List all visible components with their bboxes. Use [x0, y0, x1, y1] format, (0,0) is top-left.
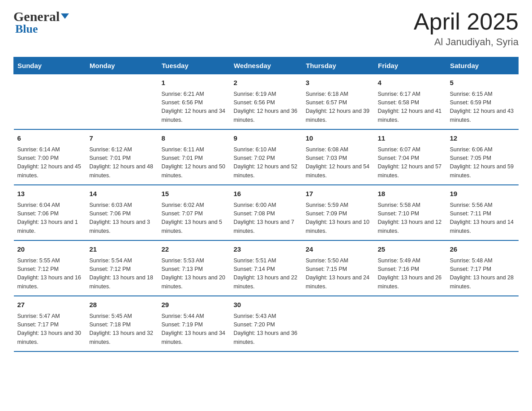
- day-cell-8: 8Sunrise: 6:11 AMSunset: 7:01 PMDaylight…: [158, 129, 230, 185]
- calendar-week-2: 6Sunrise: 6:14 AMSunset: 7:00 PMDaylight…: [14, 129, 519, 185]
- location-subtitle: Al Janudiyah, Syria: [414, 36, 519, 48]
- day-number: 15: [162, 189, 227, 199]
- header-friday: Friday: [374, 57, 446, 74]
- day-number: 10: [306, 133, 371, 144]
- day-number: 5: [450, 78, 515, 88]
- day-info: Sunrise: 6:04 AMSunset: 7:06 PMDaylight:…: [17, 201, 82, 236]
- day-number: 1: [162, 78, 227, 88]
- day-cell-21: 21Sunrise: 5:54 AMSunset: 7:12 PMDayligh…: [86, 240, 158, 296]
- day-info: Sunrise: 5:59 AMSunset: 7:09 PMDaylight:…: [306, 201, 371, 236]
- day-cell-26: 26Sunrise: 5:48 AMSunset: 7:17 PMDayligh…: [446, 240, 519, 296]
- logo-arrow-icon: [61, 13, 69, 19]
- day-number: 17: [306, 189, 371, 199]
- day-info: Sunrise: 6:03 AMSunset: 7:06 PMDaylight:…: [90, 201, 154, 236]
- day-cell-11: 11Sunrise: 6:07 AMSunset: 7:04 PMDayligh…: [374, 129, 446, 185]
- logo-general-text: General: [13, 9, 60, 24]
- day-cell-4: 4Sunrise: 6:17 AMSunset: 6:58 PMDaylight…: [374, 74, 446, 130]
- day-info: Sunrise: 5:47 AMSunset: 7:17 PMDaylight:…: [17, 312, 82, 347]
- header-wednesday: Wednesday: [230, 57, 302, 74]
- day-cell-13: 13Sunrise: 6:04 AMSunset: 7:06 PMDayligh…: [14, 185, 86, 240]
- day-number: 18: [378, 189, 443, 199]
- day-number: 29: [162, 300, 227, 310]
- day-cell-20: 20Sunrise: 5:55 AMSunset: 7:12 PMDayligh…: [14, 240, 86, 296]
- day-number: 24: [306, 244, 371, 255]
- month-year-title: April 2025: [414, 9, 519, 34]
- day-number: 26: [450, 244, 515, 255]
- day-info: Sunrise: 5:48 AMSunset: 7:17 PMDaylight:…: [450, 257, 515, 291]
- day-info: Sunrise: 5:43 AMSunset: 7:20 PMDaylight:…: [234, 312, 299, 347]
- day-cell-19: 19Sunrise: 5:56 AMSunset: 7:11 PMDayligh…: [446, 185, 519, 240]
- day-number: 12: [450, 133, 515, 144]
- day-number: 23: [234, 244, 299, 255]
- day-number: 20: [17, 244, 82, 255]
- day-info: Sunrise: 5:49 AMSunset: 7:16 PMDaylight:…: [378, 257, 443, 291]
- day-info: Sunrise: 6:02 AMSunset: 7:07 PMDaylight:…: [162, 201, 227, 236]
- day-info: Sunrise: 6:14 AMSunset: 7:00 PMDaylight:…: [17, 146, 82, 180]
- empty-cell: [446, 296, 519, 351]
- day-cell-6: 6Sunrise: 6:14 AMSunset: 7:00 PMDaylight…: [14, 129, 86, 185]
- page-header: General Blue April 2025 Al Janudiyah, Sy…: [13, 9, 519, 48]
- day-info: Sunrise: 5:50 AMSunset: 7:15 PMDaylight:…: [306, 257, 371, 291]
- day-cell-10: 10Sunrise: 6:08 AMSunset: 7:03 PMDayligh…: [302, 129, 374, 185]
- header-sunday: Sunday: [14, 57, 86, 74]
- day-cell-14: 14Sunrise: 6:03 AMSunset: 7:06 PMDayligh…: [86, 185, 158, 240]
- day-info: Sunrise: 5:51 AMSunset: 7:14 PMDaylight:…: [234, 257, 299, 291]
- day-cell-9: 9Sunrise: 6:10 AMSunset: 7:02 PMDaylight…: [230, 129, 302, 185]
- day-info: Sunrise: 6:06 AMSunset: 7:05 PMDaylight:…: [450, 146, 515, 180]
- day-number: 2: [234, 78, 299, 88]
- day-cell-16: 16Sunrise: 6:00 AMSunset: 7:08 PMDayligh…: [230, 185, 302, 240]
- empty-cell: [374, 296, 446, 351]
- empty-cell: [14, 74, 86, 130]
- day-info: Sunrise: 6:00 AMSunset: 7:08 PMDaylight:…: [234, 201, 299, 236]
- header-tuesday: Tuesday: [158, 57, 230, 74]
- day-info: Sunrise: 6:11 AMSunset: 7:01 PMDaylight:…: [162, 146, 227, 180]
- day-number: 16: [234, 189, 299, 199]
- day-info: Sunrise: 6:07 AMSunset: 7:04 PMDaylight:…: [378, 146, 443, 180]
- day-cell-27: 27Sunrise: 5:47 AMSunset: 7:17 PMDayligh…: [14, 296, 86, 351]
- calendar-header-row: SundayMondayTuesdayWednesdayThursdayFrid…: [14, 57, 519, 74]
- day-info: Sunrise: 5:54 AMSunset: 7:12 PMDaylight:…: [90, 257, 154, 291]
- calendar-table: SundayMondayTuesdayWednesdayThursdayFrid…: [13, 57, 519, 352]
- day-info: Sunrise: 6:19 AMSunset: 6:56 PMDaylight:…: [234, 90, 299, 125]
- day-number: 19: [450, 189, 515, 199]
- header-saturday: Saturday: [446, 57, 519, 74]
- day-cell-30: 30Sunrise: 5:43 AMSunset: 7:20 PMDayligh…: [230, 296, 302, 351]
- day-cell-7: 7Sunrise: 6:12 AMSunset: 7:01 PMDaylight…: [86, 129, 158, 185]
- logo-blue-text: Blue: [15, 22, 38, 36]
- day-cell-29: 29Sunrise: 5:44 AMSunset: 7:19 PMDayligh…: [158, 296, 230, 351]
- day-number: 11: [378, 133, 443, 144]
- header-monday: Monday: [86, 57, 158, 74]
- calendar-week-4: 20Sunrise: 5:55 AMSunset: 7:12 PMDayligh…: [14, 240, 519, 296]
- title-block: April 2025 Al Janudiyah, Syria: [414, 9, 519, 48]
- header-thursday: Thursday: [302, 57, 374, 74]
- day-number: 25: [378, 244, 443, 255]
- day-info: Sunrise: 6:12 AMSunset: 7:01 PMDaylight:…: [90, 146, 154, 180]
- day-number: 13: [17, 189, 82, 199]
- day-info: Sunrise: 6:08 AMSunset: 7:03 PMDaylight:…: [306, 146, 371, 180]
- empty-cell: [86, 74, 158, 130]
- day-cell-18: 18Sunrise: 5:58 AMSunset: 7:10 PMDayligh…: [374, 185, 446, 240]
- day-number: 7: [90, 133, 154, 144]
- day-cell-23: 23Sunrise: 5:51 AMSunset: 7:14 PMDayligh…: [230, 240, 302, 296]
- day-cell-2: 2Sunrise: 6:19 AMSunset: 6:56 PMDaylight…: [230, 74, 302, 130]
- day-number: 8: [162, 133, 227, 144]
- day-cell-12: 12Sunrise: 6:06 AMSunset: 7:05 PMDayligh…: [446, 129, 519, 185]
- day-number: 28: [90, 300, 154, 310]
- day-info: Sunrise: 5:45 AMSunset: 7:18 PMDaylight:…: [90, 312, 154, 347]
- day-cell-25: 25Sunrise: 5:49 AMSunset: 7:16 PMDayligh…: [374, 240, 446, 296]
- day-info: Sunrise: 6:18 AMSunset: 6:57 PMDaylight:…: [306, 90, 371, 125]
- day-number: 30: [234, 300, 299, 310]
- day-cell-24: 24Sunrise: 5:50 AMSunset: 7:15 PMDayligh…: [302, 240, 374, 296]
- calendar-week-3: 13Sunrise: 6:04 AMSunset: 7:06 PMDayligh…: [14, 185, 519, 240]
- calendar-week-5: 27Sunrise: 5:47 AMSunset: 7:17 PMDayligh…: [14, 296, 519, 351]
- day-number: 3: [306, 78, 371, 88]
- day-cell-1: 1Sunrise: 6:21 AMSunset: 6:56 PMDaylight…: [158, 74, 230, 130]
- day-number: 9: [234, 133, 299, 144]
- empty-cell: [302, 296, 374, 351]
- day-info: Sunrise: 5:55 AMSunset: 7:12 PMDaylight:…: [17, 257, 82, 291]
- day-info: Sunrise: 6:21 AMSunset: 6:56 PMDaylight:…: [162, 90, 227, 125]
- day-number: 22: [162, 244, 227, 255]
- day-cell-5: 5Sunrise: 6:15 AMSunset: 6:59 PMDaylight…: [446, 74, 519, 130]
- day-info: Sunrise: 6:10 AMSunset: 7:02 PMDaylight:…: [234, 146, 299, 180]
- day-cell-17: 17Sunrise: 5:59 AMSunset: 7:09 PMDayligh…: [302, 185, 374, 240]
